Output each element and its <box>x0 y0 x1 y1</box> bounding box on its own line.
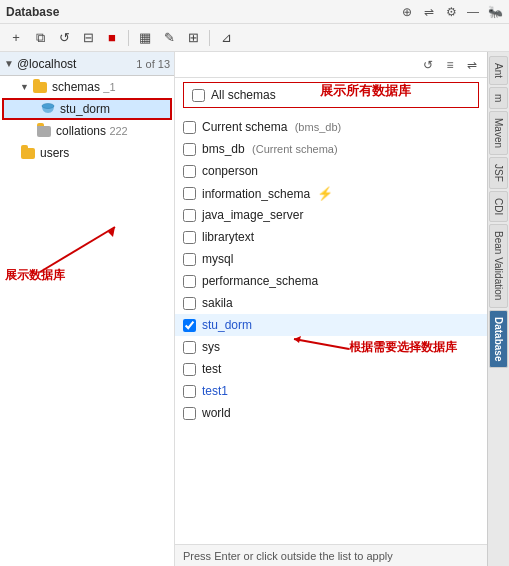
tab-cdi[interactable]: CDI <box>489 191 508 222</box>
host-count: 1 of 13 <box>136 58 170 70</box>
librarytext-label: librarytext <box>202 230 254 244</box>
copy-button[interactable]: ⧉ <box>30 28 50 48</box>
refresh-schema-icon[interactable]: ↺ <box>419 56 437 74</box>
all-schemas-item[interactable]: All schemas <box>183 82 479 108</box>
tab-bean-validation[interactable]: Bean Validation <box>489 224 508 307</box>
schema-toolbar: ↺ ≡ ⇌ <box>175 52 487 78</box>
test-checkbox[interactable] <box>183 363 196 376</box>
status-text: Press Enter or click outside the list to… <box>183 550 393 562</box>
window-title: Database <box>6 5 59 19</box>
performance-checkbox[interactable] <box>183 275 196 288</box>
tab-ant[interactable]: Ant <box>489 56 508 85</box>
stu-dorm-label: stu_dorm <box>60 102 110 116</box>
split-icon[interactable]: ⇌ <box>421 4 437 20</box>
split-schema-icon[interactable]: ⇌ <box>463 56 481 74</box>
stop-button[interactable]: ■ <box>102 28 122 48</box>
users-label: users <box>40 146 69 160</box>
main-toolbar: + ⧉ ↺ ⊟ ■ ▦ ✎ ⊞ ⊿ <box>0 24 509 52</box>
current-schema-label: Current schema (bms_db) <box>202 120 341 134</box>
world-label: world <box>202 406 231 420</box>
sys-checkbox[interactable] <box>183 341 196 354</box>
schema-item-java-image[interactable]: java_image_server <box>175 204 487 226</box>
schema-item-sakila[interactable]: sakila <box>175 292 487 314</box>
all-schemas-label: All schemas <box>211 88 276 102</box>
schema-item-world[interactable]: world <box>175 402 487 424</box>
librarytext-checkbox[interactable] <box>183 231 196 244</box>
table-button[interactable]: ▦ <box>135 28 155 48</box>
schema-item-bms-db[interactable]: bms_db (Current schema) <box>175 138 487 160</box>
filter-button[interactable]: ⊟ <box>78 28 98 48</box>
schema-item-conperson[interactable]: conperson <box>175 160 487 182</box>
sort-schema-icon[interactable]: ≡ <box>441 56 459 74</box>
svg-line-2 <box>40 227 115 272</box>
tab-m[interactable]: m <box>489 87 508 109</box>
java-image-checkbox[interactable] <box>183 209 196 222</box>
left-annotation: 展示数据库 <box>5 207 85 280</box>
schema-item-current[interactable]: Current schema (bms_db) <box>175 116 487 138</box>
ant-icon[interactable]: 🐜 <box>487 4 503 20</box>
tree-item-stu-dorm[interactable]: stu_dorm <box>2 98 172 120</box>
sakila-checkbox[interactable] <box>183 297 196 310</box>
separator <box>128 30 129 46</box>
title-bar: Database ⊕ ⇌ ⚙ — 🐜 <box>0 0 509 24</box>
bms-db-checkbox[interactable] <box>183 143 196 156</box>
schemas-label: schemas _1 <box>52 80 116 94</box>
tree-item-users[interactable]: users <box>0 142 174 164</box>
schema-list: Current schema (bms_db) bms_db (Current … <box>175 112 487 544</box>
db-icon <box>40 101 56 117</box>
status-bar: Press Enter or click outside the list to… <box>175 544 487 566</box>
tab-database[interactable]: Database <box>489 310 508 368</box>
schema-item-information[interactable]: information_schema ⚡ <box>175 182 487 204</box>
globe-icon[interactable]: ⊕ <box>399 4 415 20</box>
mysql-checkbox[interactable] <box>183 253 196 266</box>
tab-maven[interactable]: Maven <box>489 111 508 155</box>
edit-button[interactable]: ✎ <box>159 28 179 48</box>
test-label: test <box>202 362 221 376</box>
schema-item-test1[interactable]: test1 <box>175 380 487 402</box>
svg-marker-3 <box>108 227 115 237</box>
tree-item-collations[interactable]: collations 222 <box>0 120 174 142</box>
mysql-label: mysql <box>202 252 233 266</box>
all-schemas-checkbox[interactable] <box>192 89 205 102</box>
refresh-button[interactable]: ↺ <box>54 28 74 48</box>
conperson-checkbox[interactable] <box>183 165 196 178</box>
world-checkbox[interactable] <box>183 407 196 420</box>
schema-item-test[interactable]: test <box>175 358 487 380</box>
bms-db-label: bms_db (Current schema) <box>202 142 338 156</box>
host-label: @localhost <box>17 57 136 71</box>
settings-icon[interactable]: ⚙ <box>443 4 459 20</box>
schema-item-performance[interactable]: performance_schema <box>175 270 487 292</box>
sys-label: sys <box>202 340 220 354</box>
minimize-icon[interactable]: — <box>465 4 481 20</box>
sakila-label: sakila <box>202 296 233 310</box>
test1-checkbox[interactable] <box>183 385 196 398</box>
expand-arrow: ▼ <box>20 82 32 92</box>
stu-dorm-list-label: stu_dorm <box>202 318 252 332</box>
tab-jsf[interactable]: JSF <box>489 157 508 189</box>
schema-item-mysql[interactable]: mysql <box>175 248 487 270</box>
left-annotation-text: 展示数据库 <box>5 267 65 284</box>
schema-item-librarytext[interactable]: librarytext <box>175 226 487 248</box>
schema-item-stu-dorm-list[interactable]: stu_dorm <box>175 314 487 336</box>
add-button[interactable]: + <box>6 28 26 48</box>
main-panel: ▼ @localhost 1 of 13 ▼ schemas _1 <box>0 52 509 566</box>
folder-icon <box>32 79 48 95</box>
image-button[interactable]: ⊞ <box>183 28 203 48</box>
tree-header[interactable]: ▼ @localhost 1 of 13 <box>0 52 174 76</box>
funnel-button[interactable]: ⊿ <box>216 28 236 48</box>
information-checkbox[interactable] <box>183 187 196 200</box>
schema-item-sys[interactable]: sys <box>175 336 487 358</box>
information-label: information_schema ⚡ <box>202 186 333 201</box>
current-schema-checkbox[interactable] <box>183 121 196 134</box>
tree-item-schemas[interactable]: ▼ schemas _1 <box>0 76 174 98</box>
separator2 <box>209 30 210 46</box>
title-bar-icons: ⊕ ⇌ ⚙ — 🐜 <box>399 4 503 20</box>
right-tabs-panel: Ant m Maven JSF CDI Bean Validation Data… <box>487 52 509 566</box>
collapse-arrow: ▼ <box>4 58 14 69</box>
right-schema-panel: ↺ ≡ ⇌ 展示所有数据库 All schemas Current schema… <box>175 52 487 566</box>
content-area: ▼ @localhost 1 of 13 ▼ schemas _1 <box>0 52 509 566</box>
collations-label: collations 222 <box>56 124 128 138</box>
stu-dorm-checkbox[interactable] <box>183 319 196 332</box>
performance-label: performance_schema <box>202 274 318 288</box>
collations-icon <box>36 123 52 139</box>
